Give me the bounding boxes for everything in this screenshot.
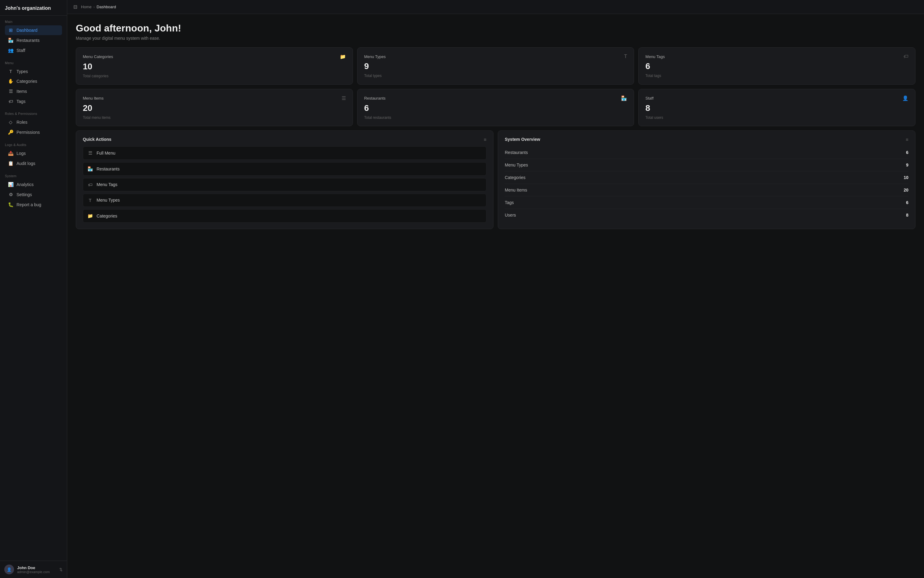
- menu-types-qa-icon: T: [88, 198, 93, 203]
- analytics-icon: 📊: [8, 182, 13, 187]
- stat-cards-row-2: Menu Items ☰ 20 Total menu items Restaur…: [76, 89, 916, 126]
- sidebar-section-label: Logs & Audits: [5, 143, 62, 147]
- sidebar-item-tags[interactable]: 🏷Tags: [5, 97, 62, 106]
- overview-row-categories: Categories 10: [505, 171, 908, 184]
- sidebar-section-system: System📊Analytics⚙Settings🐛Report a bug: [0, 170, 67, 211]
- sidebar-section-menu: MenuTTypes✋Categories☰Items🏷Tags: [0, 57, 67, 107]
- system-overview-rows: Restaurants 6 Menu Types 9 Categories 10…: [505, 146, 908, 221]
- sidebar-item-dashboard[interactable]: ⊞Dashboard: [5, 25, 62, 35]
- sidebar-item-report-bug[interactable]: 🐛Report a bug: [5, 200, 62, 209]
- stat-card-number: 6: [645, 62, 908, 71]
- items-icon: ☰: [8, 89, 13, 94]
- stat-card-number: 10: [83, 62, 346, 71]
- profile-chevron-icon[interactable]: ⇅: [59, 567, 63, 572]
- sidebar-section-logs---audits: Logs & Audits📤Logs📋Audit logs: [0, 139, 67, 170]
- sidebar-item-audit-logs[interactable]: 📋Audit logs: [5, 159, 62, 168]
- stat-card-number: 20: [83, 104, 346, 113]
- overview-label: Menu Types: [505, 162, 528, 167]
- stat-card-number: 9: [364, 62, 627, 71]
- sidebar-label-logs: Logs: [16, 151, 26, 156]
- sidebar-item-logs[interactable]: 📤Logs: [5, 148, 62, 158]
- quick-actions-list: ☰ Full Menu 🏪 Restaurants 🏷 Menu Tags T …: [83, 146, 486, 223]
- roles-icon: ◇: [8, 119, 13, 125]
- overview-label: Users: [505, 213, 516, 218]
- stat-card-header: Menu Types T: [364, 54, 627, 59]
- overview-value: 10: [903, 175, 908, 180]
- stat-card-desc: Total menu items: [83, 115, 346, 120]
- menu-types-qa-label: Menu Types: [97, 198, 120, 203]
- sidebar-label-categories: Categories: [16, 79, 37, 84]
- sidebar-section-label: Menu: [5, 61, 62, 65]
- quick-action-categories[interactable]: 📁 Categories: [83, 209, 486, 223]
- quick-actions-panel: Quick Actions ≡ ☰ Full Menu 🏪 Restaurant…: [76, 130, 494, 229]
- quick-actions-menu-icon[interactable]: ≡: [484, 137, 486, 142]
- topbar: ⊟ Home › Dashboard: [67, 0, 924, 14]
- org-name: John's organization: [0, 0, 67, 16]
- stat-card-header: Menu Tags 🏷: [645, 54, 908, 59]
- stat-card-staff: Staff 👤 8 Total users: [638, 89, 916, 126]
- user-info: John Doe admin@example.com: [17, 565, 56, 574]
- restaurants-icon: 🏪: [8, 37, 13, 43]
- sidebar-section-main: Main⊞Dashboard🏪Restaurants👥Staff: [0, 16, 67, 57]
- tags-icon: 🏷: [8, 99, 13, 104]
- user-profile[interactable]: 👤 John Doe admin@example.com ⇅: [0, 560, 67, 578]
- sidebar-label-restaurants: Restaurants: [16, 38, 39, 43]
- stat-card-label: Menu Categories: [83, 54, 113, 59]
- overview-value: 9: [906, 162, 908, 167]
- categories-qa-icon: 📁: [88, 213, 93, 219]
- sidebar-label-audit-logs: Audit logs: [16, 161, 35, 166]
- overview-value: 8: [906, 213, 908, 218]
- sidebar-label-tags: Tags: [16, 99, 26, 104]
- sidebar-label-report-bug: Report a bug: [16, 202, 41, 207]
- page-greeting: Good afternoon, John!: [76, 23, 916, 34]
- stat-card-icon: 📁: [340, 54, 346, 60]
- system-overview-menu-icon[interactable]: ≡: [906, 137, 908, 142]
- breadcrumb: Home › Dashboard: [81, 5, 116, 9]
- page-subtitle: Manage your digital menu system with eas…: [76, 36, 916, 41]
- sidebar-item-permissions[interactable]: 🔑Permissions: [5, 127, 62, 137]
- stat-card-desc: Total types: [364, 74, 627, 78]
- staff-icon: 👥: [8, 48, 13, 53]
- logs-icon: 📤: [8, 151, 13, 156]
- system-overview-panel: System Overview ≡ Restaurants 6 Menu Typ…: [498, 130, 916, 229]
- types-icon: T: [8, 69, 13, 74]
- stat-card-label: Staff: [645, 96, 654, 101]
- breadcrumb-home[interactable]: Home: [81, 5, 92, 9]
- quick-action-full-menu[interactable]: ☰ Full Menu: [83, 146, 486, 160]
- sidebar-item-settings[interactable]: ⚙Settings: [5, 190, 62, 200]
- stat-card-label: Menu Tags: [645, 54, 664, 59]
- sidebar-item-categories[interactable]: ✋Categories: [5, 76, 62, 86]
- stat-card-icon: T: [624, 54, 627, 59]
- sidebar-item-items[interactable]: ☰Items: [5, 86, 62, 96]
- dashboard-icon: ⊞: [8, 28, 13, 33]
- permissions-icon: 🔑: [8, 130, 13, 135]
- stat-card-icon: 👤: [902, 95, 908, 101]
- sidebar-item-analytics[interactable]: 📊Analytics: [5, 180, 62, 189]
- full-menu-qa-icon: ☰: [88, 150, 93, 156]
- stat-card-header: Staff 👤: [645, 95, 908, 101]
- overview-value: 6: [906, 200, 908, 205]
- sidebar-item-staff[interactable]: 👥Staff: [5, 45, 62, 55]
- settings-icon: ⚙: [8, 192, 13, 197]
- sidebar-section-label: Main: [5, 20, 62, 24]
- sidebar-label-roles: Roles: [16, 120, 28, 125]
- stat-card-number: 6: [364, 104, 627, 113]
- stat-card-header: Menu Items ☰: [83, 95, 346, 101]
- restaurants-qa-icon: 🏪: [88, 166, 93, 172]
- overview-label: Categories: [505, 175, 526, 180]
- quick-action-menu-tags[interactable]: 🏷 Menu Tags: [83, 178, 486, 191]
- quick-action-menu-types[interactable]: T Menu Types: [83, 194, 486, 207]
- stat-card-desc: Total users: [645, 115, 908, 120]
- stat-card-icon: 🏷: [903, 54, 908, 59]
- sidebar-item-roles[interactable]: ◇Roles: [5, 117, 62, 127]
- sidebar-item-types[interactable]: TTypes: [5, 67, 62, 76]
- main-content: ⊟ Home › Dashboard Good afternoon, John!…: [67, 0, 924, 578]
- overview-label: Tags: [505, 200, 514, 205]
- sidebar-item-restaurants[interactable]: 🏪Restaurants: [5, 36, 62, 45]
- quick-action-restaurants[interactable]: 🏪 Restaurants: [83, 162, 486, 176]
- sidebar: John's organization Main⊞Dashboard🏪Resta…: [0, 0, 67, 578]
- sidebar-toggle-icon[interactable]: ⊟: [73, 4, 77, 10]
- stat-card-desc: Total restaurants: [364, 115, 627, 120]
- stat-card-label: Menu Types: [364, 54, 386, 59]
- sidebar-label-types: Types: [16, 69, 28, 74]
